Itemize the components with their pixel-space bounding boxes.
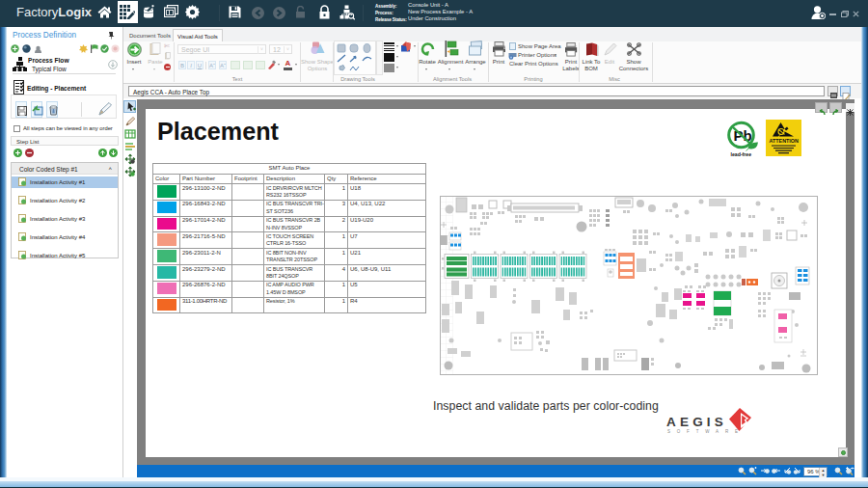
svg-text:lead-free: lead-free [731,151,752,157]
svg-text:ATTENTION: ATTENTION [770,138,800,144]
